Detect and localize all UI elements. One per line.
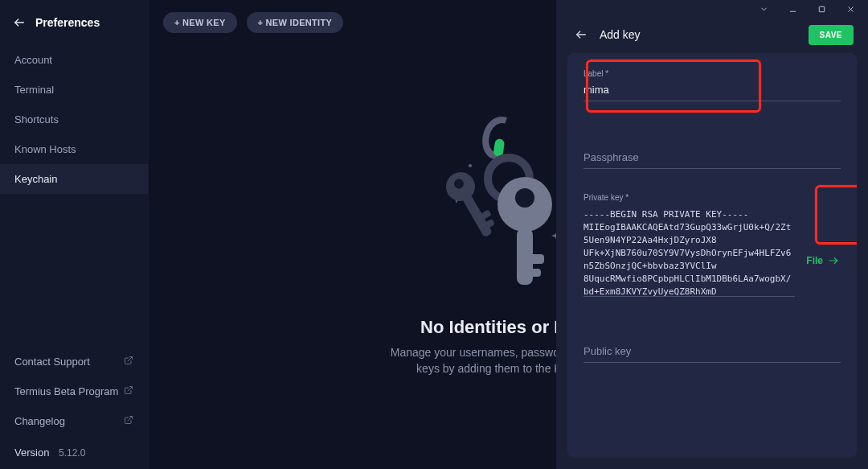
sidebar-spacer <box>0 194 148 347</box>
drawer-title: Add key <box>600 28 797 41</box>
new-identity-button[interactable]: + NEW IDENTITY <box>247 12 344 33</box>
highlight-rect-file <box>815 185 857 245</box>
add-key-drawer: Add key SAVE Label * Private key * File <box>556 0 868 469</box>
version-number: 5.12.0 <box>59 447 85 459</box>
window-controls <box>556 0 868 18</box>
drawer-body: Label * Private key * File <box>567 53 857 458</box>
external-link-icon <box>124 415 133 427</box>
maximize-icon[interactable] <box>810 1 833 17</box>
passphrase-field <box>583 146 841 169</box>
close-icon[interactable] <box>839 1 862 17</box>
new-key-button[interactable]: + NEW KEY <box>163 12 237 33</box>
private-key-textarea[interactable] <box>583 208 795 297</box>
footer-item-label: Contact Support <box>14 356 90 368</box>
passphrase-input[interactable] <box>583 146 841 169</box>
sidebar-item-account[interactable]: Account <box>0 45 148 75</box>
footer-item-label: Termius Beta Program <box>14 385 118 397</box>
footer-contact-support[interactable]: Contact Support <box>0 347 148 376</box>
svg-rect-13 <box>530 254 544 264</box>
footer-item-label: Changelog <box>14 415 65 427</box>
sidebar-item-keychain[interactable]: Keychain <box>0 164 148 194</box>
public-key-field <box>583 340 841 363</box>
svg-line-2 <box>128 387 133 392</box>
version-row: Version 5.12.0 <box>0 436 148 469</box>
drawer-back-icon[interactable] <box>574 27 588 42</box>
back-icon[interactable] <box>13 16 26 29</box>
file-button-label: File <box>806 255 823 266</box>
external-link-icon <box>124 356 133 368</box>
svg-line-1 <box>128 357 133 362</box>
sidebar-item-shortcuts[interactable]: Shortcuts <box>0 105 148 134</box>
svg-rect-14 <box>530 269 541 277</box>
svg-point-6 <box>469 164 472 167</box>
drawer-header: Add key SAVE <box>556 18 868 53</box>
chevron-down-icon[interactable] <box>752 1 775 17</box>
sidebar-footer: Contact Support Termius Beta Program Cha… <box>0 347 148 469</box>
svg-line-3 <box>128 417 133 422</box>
label-input[interactable] <box>583 79 841 101</box>
preferences-title: Preferences <box>35 16 100 29</box>
file-button[interactable]: File <box>805 250 841 271</box>
sidebar-item-terminal[interactable]: Terminal <box>0 75 148 105</box>
arrow-right-icon <box>828 255 839 266</box>
sidebar-item-known-hosts[interactable]: Known Hosts <box>0 134 148 164</box>
public-key-input[interactable] <box>583 340 841 363</box>
external-link-icon <box>124 385 133 397</box>
label-field: Label * <box>583 79 841 101</box>
preferences-nav: Account Terminal Shortcuts Known Hosts K… <box>0 45 148 194</box>
private-key-label: Private key * <box>583 193 795 202</box>
label-field-label: Label * <box>583 69 608 78</box>
preferences-header: Preferences <box>0 0 148 45</box>
app-root: Preferences Account Terminal Shortcuts K… <box>0 0 868 469</box>
private-key-text-wrap: Private key * <box>583 193 795 300</box>
footer-beta-program[interactable]: Termius Beta Program <box>0 376 148 406</box>
minimize-icon[interactable] <box>781 1 804 17</box>
footer-changelog[interactable]: Changelog <box>0 406 148 436</box>
svg-rect-21 <box>819 6 824 11</box>
preferences-sidebar: Preferences Account Terminal Shortcuts K… <box>0 0 149 469</box>
version-label: Version <box>14 446 49 459</box>
save-button[interactable]: SAVE <box>809 25 854 45</box>
svg-point-11 <box>515 188 534 208</box>
private-key-field: Private key * File <box>583 193 841 300</box>
